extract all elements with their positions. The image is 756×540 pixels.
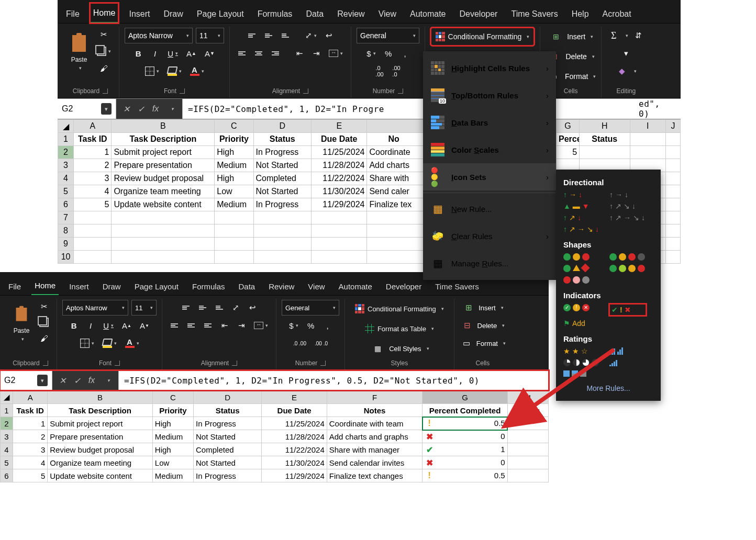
tab-help[interactable]: Help	[569, 4, 592, 23]
decrease-indent-button[interactable]: ⇤	[218, 319, 231, 332]
align-right-button[interactable]	[201, 319, 215, 332]
conditional-formatting-menu[interactable]: Highlight Cells Rules› 10Top/Bottom Rule…	[423, 51, 556, 280]
cf-color-scales[interactable]: Color Scales›	[423, 136, 556, 163]
worksheet[interactable]: ◢ A B C D E F G H 1 Task ID Task Descrip…	[0, 390, 549, 482]
font-color-button[interactable]: A▾	[187, 64, 207, 78]
cell[interactable]: Submit project report	[48, 417, 153, 430]
tab-acrobat[interactable]: Acrobat	[599, 4, 635, 23]
cell[interactable]: 3	[74, 172, 112, 185]
cell[interactable]: 11/22/2024	[262, 443, 327, 456]
cell[interactable]: Not Started	[194, 430, 262, 443]
cell[interactable]: 0	[423, 430, 507, 443]
underline-button[interactable]: U▾	[101, 319, 116, 332]
cf-manage-rules[interactable]: Manage Rules...	[423, 250, 556, 277]
cell[interactable]: Completed	[253, 172, 311, 185]
cell[interactable]: 2	[74, 159, 112, 172]
row-header[interactable]: 1	[58, 133, 74, 146]
cell[interactable]: Finalize text changes	[327, 469, 423, 482]
row-header[interactable]: 3	[58, 159, 74, 172]
cell[interactable]: Low	[152, 456, 193, 469]
tab-review[interactable]: Review	[334, 4, 368, 23]
cell[interactable]: 11/29/2024	[312, 198, 367, 211]
cell[interactable]: 4	[13, 456, 48, 469]
cell[interactable]: Add charts and graphs	[327, 430, 423, 443]
row-header[interactable]: 7	[58, 211, 74, 224]
col-header[interactable]: G	[556, 120, 579, 133]
name-box[interactable]: G2▾	[58, 99, 116, 119]
cell[interactable]: High	[215, 146, 253, 159]
cell[interactable]: Review budget proposal	[48, 443, 153, 456]
cell[interactable]: Update website content	[112, 198, 215, 211]
col-header[interactable]: I	[630, 120, 665, 133]
col-header[interactable]: J	[665, 120, 680, 133]
cell[interactable]: Due Date	[312, 133, 367, 146]
increase-indent-button[interactable]: ⇥	[235, 319, 248, 332]
cell[interactable]: 11/25/2024	[262, 417, 327, 430]
iconset-option[interactable]	[609, 253, 646, 261]
iconset-option[interactable]: ↑→↓	[609, 191, 646, 198]
decrease-font-button[interactable]: A▼	[137, 319, 152, 332]
col-header[interactable]: B	[48, 391, 153, 404]
increase-decimal-button[interactable]: .0.00	[373, 64, 386, 78]
orientation-button[interactable]: ⤢▾	[303, 29, 319, 42]
cell[interactable]: 11/30/2024	[262, 456, 327, 469]
col-header[interactable]: C	[152, 391, 193, 404]
decrease-decimal-button[interactable]: .00.0	[390, 64, 403, 78]
row-header[interactable]: 3	[1, 430, 13, 443]
conditional-formatting-button[interactable]: Conditional Formatting▾	[350, 300, 449, 318]
copy-button[interactable]: ▾	[94, 44, 114, 58]
wrap-text-button[interactable]	[323, 29, 336, 42]
sheet-grid[interactable]: ◢ A B C D E F G H 1 Task ID Task Descrip…	[0, 390, 549, 482]
dialog-launcher-icon[interactable]	[398, 88, 403, 94]
cell[interactable]: Not Started	[253, 159, 311, 172]
cell[interactable]: 11/28/2024	[262, 430, 327, 443]
align-center-button[interactable]	[184, 319, 198, 332]
sort-filter-button[interactable]	[631, 29, 645, 42]
cell[interactable]: Coordinate with team	[327, 417, 423, 430]
tab-file[interactable]: File	[63, 4, 83, 23]
col-header[interactable]: H	[580, 120, 630, 133]
align-top-button[interactable]	[179, 301, 193, 314]
row-header[interactable]: 4	[58, 172, 74, 185]
accounting-format-button[interactable]: $▾	[364, 47, 378, 60]
cell[interactable]: Medium	[215, 159, 253, 172]
borders-button[interactable]: ▾	[77, 336, 97, 350]
cf-icon-sets[interactable]: 🔴🟡🟢Icon Sets›	[423, 163, 556, 190]
format-painter-button[interactable]	[94, 61, 114, 75]
iconset-option[interactable]: ↑↗↓	[563, 214, 600, 221]
decrease-decimal-button[interactable]: .00 .0	[312, 336, 330, 350]
cell[interactable]: 3	[13, 443, 48, 456]
row-header[interactable]: 5	[1, 456, 13, 469]
copy-button[interactable]	[37, 316, 51, 329]
cell[interactable]: 5	[13, 469, 48, 482]
tab-view[interactable]: View	[375, 4, 399, 23]
cell[interactable]: Completed	[194, 443, 262, 456]
format-as-table-button[interactable]: Format as Table▾	[360, 320, 439, 338]
increase-font-button[interactable]: A▲	[119, 319, 134, 332]
cell[interactable]: Percent Completed	[423, 404, 507, 417]
name-box[interactable]: G2▾	[0, 371, 52, 390]
cancel-formula-button[interactable]: ✕	[57, 376, 68, 386]
dialog-launcher-icon[interactable]	[303, 88, 308, 94]
dialog-launcher-icon[interactable]	[103, 88, 108, 94]
tab-draw[interactable]: Draw	[99, 277, 124, 295]
cell[interactable]: 1	[74, 146, 112, 159]
col-header[interactable]: A	[13, 391, 48, 404]
cf-data-bars[interactable]: Data Bars›	[423, 109, 556, 136]
insert-cells-button[interactable]	[548, 28, 564, 46]
tab-developer[interactable]: Developer	[457, 4, 501, 23]
cell[interactable]: Medium	[152, 469, 193, 482]
cell[interactable]: 11/30/2024	[312, 185, 367, 198]
cut-button[interactable]	[37, 300, 51, 313]
row-header[interactable]: 4	[1, 443, 13, 456]
col-header[interactable]: D	[253, 120, 311, 133]
cell[interactable]: Organize team meeting	[48, 456, 153, 469]
italic-button[interactable]: I	[84, 319, 97, 332]
increase-decimal-button[interactable]: .0 .00	[291, 336, 309, 350]
row-header[interactable]: 8	[58, 224, 74, 238]
bold-button[interactable]: B	[131, 47, 145, 60]
tab-automate[interactable]: Automate	[336, 277, 375, 295]
tab-developer[interactable]: Developer	[383, 277, 425, 295]
cell[interactable]: Medium	[215, 198, 253, 211]
row-header[interactable]: 5	[58, 185, 74, 198]
